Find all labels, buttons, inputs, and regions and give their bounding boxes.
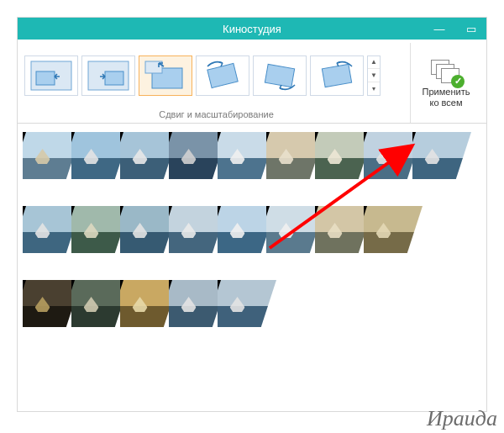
app-window: Киностудия — ▭ — [17, 17, 487, 412]
effect-gallery: ▲ ▼ ▾ — [23, 43, 410, 108]
svg-rect-8 — [322, 64, 351, 87]
timeline-strip — [23, 132, 481, 179]
effect-thumb-3-selected[interactable] — [139, 55, 192, 96]
svg-rect-7 — [265, 64, 294, 87]
maximize-button[interactable]: ▭ — [459, 23, 483, 35]
timeline-strip — [23, 280, 481, 327]
timeline-strip — [23, 206, 481, 253]
ribbon-group-label: Сдвиг и масштабирование — [23, 108, 410, 123]
effect-thumb-4[interactable] — [196, 55, 249, 96]
effect-thumb-6[interactable] — [310, 55, 364, 96]
gallery-scroll-more[interactable]: ▾ — [368, 82, 380, 95]
checkmark-icon: ✓ — [451, 75, 465, 88]
timeline-clip[interactable] — [364, 206, 423, 253]
apply-to-all-icon: ✓ — [431, 60, 461, 85]
window-title: Киностудия — [223, 23, 281, 35]
titlebar: Киностудия — ▭ — [18, 18, 486, 40]
timeline-clip[interactable] — [412, 132, 471, 179]
svg-rect-6 — [207, 63, 238, 87]
ribbon-group-pan-zoom: ▲ ▼ ▾ Сдвиг и масштабирование — [23, 43, 411, 123]
window-controls: — ▭ — [428, 18, 483, 40]
timeline-area — [18, 124, 486, 411]
svg-rect-3 — [105, 71, 123, 85]
effect-thumb-2[interactable] — [81, 55, 135, 96]
effect-thumb-1[interactable] — [24, 55, 78, 96]
signature: Ираида — [427, 406, 497, 431]
effect-thumb-5[interactable] — [253, 55, 307, 96]
gallery-scroll: ▲ ▼ ▾ — [367, 55, 381, 96]
apply-to-all-button[interactable]: ✓ Применить ко всем — [411, 43, 481, 123]
ribbon: ▲ ▼ ▾ Сдвиг и масштабирование ✓ Применит… — [18, 40, 486, 124]
svg-rect-1 — [36, 71, 55, 85]
gallery-scroll-down[interactable]: ▼ — [368, 69, 380, 82]
apply-to-all-label: Применить ко всем — [423, 87, 470, 108]
timeline-clip[interactable] — [218, 280, 276, 327]
gallery-scroll-up[interactable]: ▲ — [368, 56, 380, 70]
minimize-button[interactable]: — — [428, 23, 451, 35]
